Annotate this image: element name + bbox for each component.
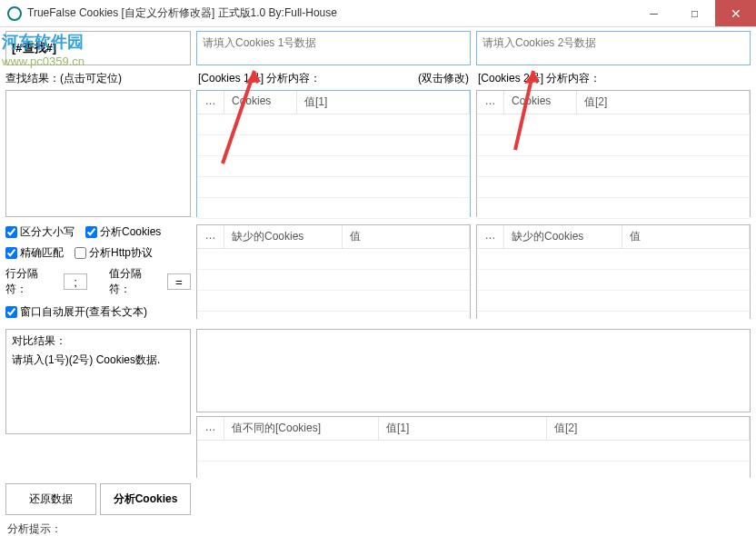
cookies-1-input[interactable] <box>196 31 471 65</box>
restore-button[interactable]: 还原数据 <box>5 483 96 515</box>
maximize-button[interactable]: □ <box>674 0 715 26</box>
analyze-http-checkbox[interactable]: 分析Http协议 <box>75 245 153 261</box>
col-cookies: Cookies <box>504 91 577 114</box>
val-sep-input[interactable] <box>167 273 191 290</box>
col-dash: … <box>197 91 224 114</box>
col-val2: 值[2] <box>577 91 750 114</box>
row-sep-label: 行分隔符： <box>5 266 49 297</box>
window-controls: ─ □ ✕ <box>633 0 756 26</box>
analysis-2-label: [Cookies 2号] 分析内容： <box>478 71 601 86</box>
window-title: TrueFalse Cookies [自定义分析修改器] 正式版1.0 By:F… <box>27 5 633 21</box>
analyze-cookies-checkbox[interactable]: 分析Cookies <box>85 224 161 240</box>
auto-expand-checkbox[interactable]: 窗口自动展开(查看长文本) <box>5 304 147 320</box>
diff-grid[interactable]: … 值不同的[Cookies] 值[1] 值[2] <box>196 416 751 478</box>
minimize-button[interactable]: ─ <box>633 0 674 26</box>
search-result-list[interactable] <box>5 90 191 217</box>
options-panel: 区分大小写 分析Cookies 精确匹配 分析Http协议 行分隔符： 值分隔符… <box>5 224 191 325</box>
compare-result-box: 对比结果： 请填入(1号)(2号) Cookies数据. <box>5 329 191 434</box>
dblclick-hint: (双击修改) <box>418 71 469 86</box>
app-icon <box>7 6 22 21</box>
compare-result-text: 请填入(1号)(2号) Cookies数据. <box>12 352 184 368</box>
analysis-1-grid[interactable]: … Cookies 值[1] <box>196 90 471 217</box>
missing-2-grid[interactable]: … 缺少的Cookies 值 <box>476 224 751 319</box>
titlebar: TrueFalse Cookies [自定义分析修改器] 正式版1.0 By:F… <box>0 0 756 27</box>
exact-match-checkbox[interactable]: 精确匹配 <box>5 245 64 261</box>
missing-1-grid[interactable]: … 缺少的Cookies 值 <box>196 224 471 319</box>
analyze-button[interactable]: 分析Cookies <box>100 483 191 515</box>
close-button[interactable]: ✕ <box>715 0 756 26</box>
col-dash: … <box>477 91 504 114</box>
analysis-2-grid[interactable]: … Cookies 值[2] <box>476 90 751 217</box>
search-input[interactable]: [#查找#] <box>5 31 191 65</box>
val-sep-label: 值分隔符： <box>109 266 153 297</box>
status-bar: 分析提示： <box>0 515 756 536</box>
compare-result-label: 对比结果： <box>12 333 184 349</box>
detail-box[interactable] <box>196 329 751 412</box>
col-val1: 值[1] <box>297 91 470 114</box>
col-cookies: Cookies <box>224 91 297 114</box>
search-result-label: 查找结果：(点击可定位) <box>5 71 191 86</box>
case-sensitive-checkbox[interactable]: 区分大小写 <box>5 224 75 240</box>
row-sep-input[interactable] <box>64 273 87 290</box>
analysis-1-label: [Cookies 1号] 分析内容： <box>198 71 321 86</box>
cookies-2-input[interactable] <box>476 31 751 65</box>
